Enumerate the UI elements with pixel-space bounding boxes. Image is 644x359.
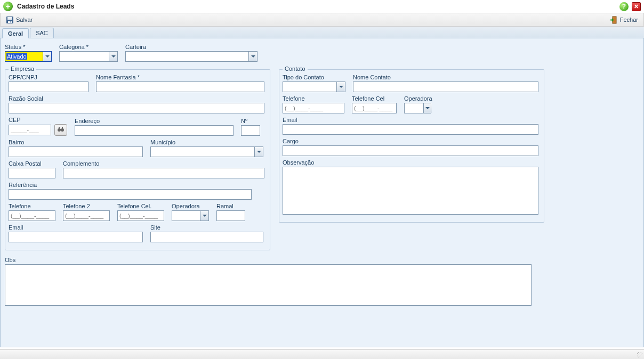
tab-geral[interactable]: Geral <box>2 28 29 38</box>
caixa-postal-input[interactable] <box>9 168 55 178</box>
municipio-combo[interactable] <box>150 146 263 157</box>
nome-contato-label: Nome Contato <box>353 74 538 80</box>
municipio-input[interactable] <box>150 146 263 157</box>
svg-rect-10 <box>62 127 63 129</box>
cep-label: CEP <box>9 117 67 123</box>
cep-lookup-button[interactable] <box>54 124 67 136</box>
contato-telefone-label: Telefone <box>283 95 344 102</box>
site-input[interactable] <box>150 232 263 242</box>
status-label: Status * <box>5 44 52 50</box>
referencia-input[interactable] <box>9 189 252 200</box>
contato-observacao-textarea[interactable] <box>283 167 538 215</box>
window-close-icon[interactable]: ✕ <box>632 2 641 11</box>
numero-input[interactable] <box>241 125 260 136</box>
chevron-down-icon[interactable] <box>336 82 345 92</box>
status-value: Ativado <box>6 53 27 60</box>
status-bar <box>0 349 644 359</box>
contato-telefone-input[interactable] <box>283 103 344 113</box>
chevron-down-icon[interactable] <box>248 52 257 61</box>
window-title: Cadastro de Leads <box>17 3 74 10</box>
obs-label: Obs <box>5 257 639 263</box>
categoria-combo[interactable] <box>59 51 118 62</box>
contato-legend: Contato <box>283 66 308 72</box>
tipo-contato-label: Tipo do Contato <box>283 74 345 80</box>
telefone-input[interactable] <box>9 210 55 221</box>
endereco-input[interactable] <box>75 125 234 136</box>
binoculars-icon <box>57 126 65 134</box>
nome-fantasia-input[interactable] <box>96 81 264 92</box>
numero-label: Nº <box>241 118 260 124</box>
municipio-label: Município <box>150 139 263 145</box>
chevron-down-icon[interactable] <box>43 52 51 61</box>
ramal-label: Ramal <box>216 203 245 209</box>
tab-strip: Geral SAC <box>0 27 644 38</box>
contato-observacao-label: Observação <box>283 159 541 166</box>
cpf-cnpj-label: CPF/CNPJ <box>9 74 88 80</box>
caixa-postal-label: Caixa Postal <box>9 160 55 167</box>
contato-fieldset: Contato Tipo do Contato Nome Contato <box>279 69 544 223</box>
chevron-down-icon[interactable] <box>200 211 208 221</box>
close-button[interactable]: Fechar <box>607 15 641 25</box>
ramal-input[interactable] <box>216 210 245 221</box>
obs-textarea[interactable] <box>5 264 532 306</box>
contato-telefone-cel-label: Telefone Cel <box>352 95 397 102</box>
contato-cargo-label: Cargo <box>283 138 541 144</box>
carteira-label: Carteira <box>125 44 257 50</box>
chevron-down-icon[interactable] <box>254 147 263 157</box>
status-combo[interactable]: Ativado <box>5 51 52 62</box>
telefone-cel-input[interactable] <box>117 210 164 221</box>
categoria-label: Categoria * <box>59 44 118 50</box>
telefone-cel-label: Telefone Cel. <box>117 203 164 209</box>
tipo-contato-combo[interactable] <box>283 81 345 92</box>
telefone2-input[interactable] <box>63 210 110 221</box>
complemento-label: Complemento <box>63 160 264 167</box>
email-label: Email <box>9 224 143 231</box>
contato-email-label: Email <box>283 117 541 123</box>
operadora-combo[interactable] <box>172 210 209 221</box>
title-bar: + Cadastro de Leads ? ✕ <box>0 0 644 13</box>
empresa-fieldset: Empresa CPF/CNPJ Nome Fantasia * Razão S… <box>5 69 270 250</box>
toolbar: Salvar Fechar <box>0 13 644 27</box>
carteira-combo[interactable] <box>125 51 257 62</box>
svg-rect-9 <box>59 127 60 129</box>
cpf-cnpj-input[interactable] <box>9 81 88 92</box>
contato-telefone-cel-input[interactable] <box>352 103 397 113</box>
referencia-label: Referência <box>9 182 267 188</box>
chevron-down-icon[interactable] <box>423 103 432 113</box>
save-button-label: Salvar <box>16 17 33 23</box>
form-area: Status * Ativado Categoria * Carteira <box>0 38 644 347</box>
tab-sac[interactable]: SAC <box>30 28 54 38</box>
contato-cargo-input[interactable] <box>283 145 538 156</box>
complemento-input[interactable] <box>63 168 264 178</box>
svg-rect-8 <box>60 129 62 130</box>
telefone2-label: Telefone 2 <box>63 203 110 209</box>
site-label: Site <box>150 224 263 231</box>
floppy-disk-icon <box>6 16 14 24</box>
plus-circle-icon: + <box>3 2 13 11</box>
carteira-input[interactable] <box>125 51 257 62</box>
operadora-label: Operadora <box>172 203 209 209</box>
email-input[interactable] <box>9 232 143 242</box>
svg-rect-3 <box>11 21 12 22</box>
chevron-down-icon[interactable] <box>109 52 117 61</box>
contato-operadora-label: Operadora <box>404 95 432 102</box>
telefone-label: Telefone <box>9 203 55 209</box>
nome-fantasia-label: Nome Fantasia * <box>96 74 267 80</box>
cep-input[interactable] <box>9 125 51 135</box>
svg-rect-1 <box>7 17 12 20</box>
save-button[interactable]: Salvar <box>3 15 36 25</box>
exit-door-icon <box>610 16 618 24</box>
resize-grip-icon[interactable] <box>635 350 643 358</box>
empresa-legend: Empresa <box>9 66 36 72</box>
bairro-input[interactable] <box>9 146 143 157</box>
close-button-label: Fechar <box>620 17 638 23</box>
razao-social-input[interactable] <box>9 103 264 113</box>
contato-operadora-combo[interactable] <box>404 103 432 113</box>
razao-social-label: Razão Social <box>9 95 267 102</box>
nome-contato-input[interactable] <box>353 81 538 92</box>
help-icon[interactable]: ? <box>619 2 629 11</box>
contato-email-input[interactable] <box>283 124 538 135</box>
endereco-label: Endereço <box>75 118 234 124</box>
bairro-label: Bairro <box>9 139 143 145</box>
